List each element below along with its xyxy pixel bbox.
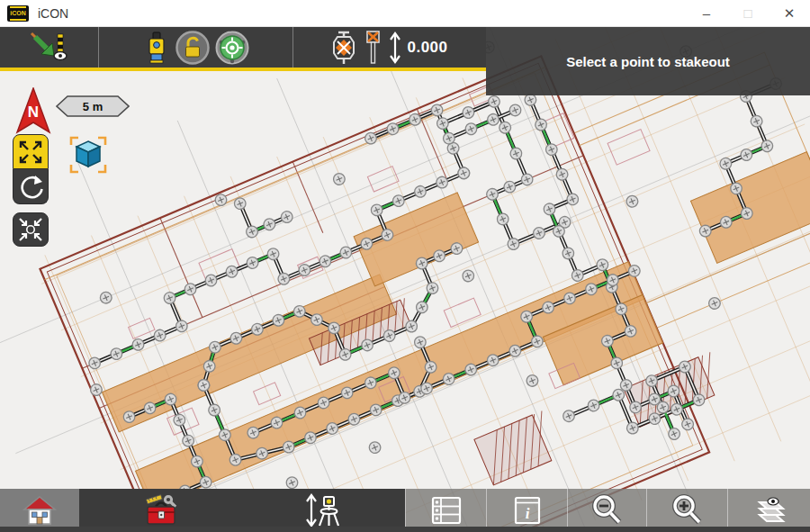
toolbox-button[interactable] (79, 489, 242, 532)
table-icon (429, 494, 464, 527)
cube-3d-icon (76, 141, 100, 167)
level-target-icon[interactable] (214, 30, 250, 66)
target-height-group[interactable]: 0.000 (293, 27, 485, 68)
instrument-height-icon (304, 492, 344, 528)
zoom-in-icon (670, 492, 706, 528)
view-3d-toggle[interactable] (68, 135, 108, 175)
maximize-button[interactable]: □ (727, 0, 769, 27)
app-window: iCON iCON – □ ✕ (0, 0, 810, 532)
total-station-icon[interactable] (142, 31, 171, 65)
center-view-button[interactable] (13, 212, 49, 247)
layers-icon (751, 493, 788, 527)
title-bar: iCON iCON – □ ✕ (0, 0, 810, 27)
stakeout-arrow-icon (28, 30, 71, 66)
top-toolbar: 0.000 (0, 27, 486, 71)
app-logo-icon: iCON (7, 5, 29, 22)
stakeout-mode-button[interactable] (0, 27, 99, 68)
instrument-position-button[interactable] (242, 489, 405, 532)
prism-icon (330, 30, 357, 66)
app-logo-text: iCON (10, 10, 26, 16)
expand-arrows-icon (16, 138, 45, 167)
window-controls: – □ ✕ (686, 0, 810, 27)
scale-bar: 5 m (56, 95, 130, 117)
rotate-icon (16, 172, 45, 201)
scale-label: 5 m (83, 100, 103, 113)
close-button[interactable]: ✕ (769, 0, 810, 27)
zoom-out-button[interactable] (567, 489, 646, 532)
map-view-buttons (13, 134, 49, 247)
rotate-view-button[interactable] (13, 169, 49, 204)
prism-pole-icon (362, 30, 383, 66)
stakeout-instruction-panel: Select a point to stakeout (486, 27, 810, 95)
minimize-button[interactable]: – (686, 0, 727, 27)
svg-text:i: i (525, 505, 529, 522)
point-table-button[interactable] (405, 489, 486, 532)
stakeout-instruction-text: Select a point to stakeout (566, 54, 730, 69)
info-icon: i (511, 494, 544, 527)
zoom-fit-button[interactable] (13, 134, 49, 169)
instrument-status-group (99, 27, 293, 68)
lock-open-icon[interactable] (175, 30, 211, 66)
north-arrow-icon: N (15, 87, 51, 134)
bottom-strip (0, 527, 810, 532)
home-icon (22, 495, 57, 526)
toolbox-icon (142, 493, 180, 527)
info-button[interactable]: i (486, 489, 567, 532)
window-title: iCON (38, 6, 68, 21)
target-height-value: 0.000 (407, 39, 447, 57)
bottom-toolbar: i (0, 489, 810, 532)
home-button[interactable] (0, 489, 79, 532)
north-label: N (28, 104, 39, 121)
layers-button[interactable] (727, 489, 810, 532)
zoom-in-button[interactable] (646, 489, 727, 532)
center-target-icon (16, 215, 45, 244)
up-down-arrow-icon (388, 30, 402, 66)
zoom-out-icon (590, 492, 626, 528)
